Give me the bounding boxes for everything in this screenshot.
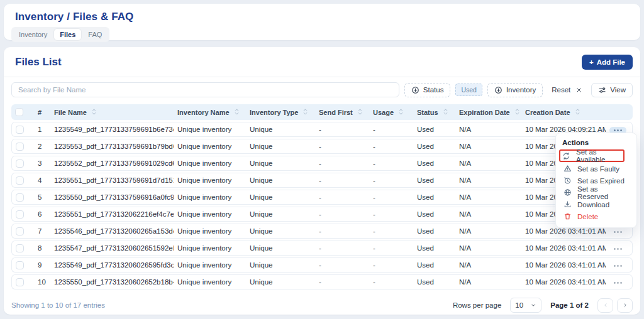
previous-page-button[interactable]	[597, 298, 613, 313]
file-name-cell: 1235547_pdf_17731320602651592ebdd.pdf	[50, 241, 174, 256]
search-input[interactable]	[11, 82, 399, 97]
reset-filters-button[interactable]: Reset	[548, 84, 586, 96]
tab-faq[interactable]: FAQ	[82, 29, 108, 40]
row-number: 9	[34, 257, 50, 273]
row-checkbox[interactable]	[16, 143, 24, 151]
ellipsis-icon[interactable]	[609, 279, 626, 286]
send-first-cell: -	[315, 190, 369, 205]
status-filter-button[interactable]: Status	[404, 83, 451, 97]
status-cell: Used	[413, 190, 455, 205]
menu-item-set-as-faulty[interactable]: Set as Faulty	[562, 163, 630, 175]
column-header-usage[interactable]: Usage	[369, 104, 413, 120]
row-checkbox[interactable]	[16, 210, 24, 219]
column-header-status[interactable]: Status	[413, 104, 455, 120]
row-actions-cell	[606, 241, 633, 256]
menu-item-download[interactable]: Download	[562, 198, 630, 210]
usage-cell: -	[369, 224, 413, 239]
column-header-inventory-type[interactable]: Inventory Type	[246, 104, 315, 120]
expiration-date-cell: N/A	[455, 207, 521, 222]
row-number: 10	[34, 274, 50, 289]
sort-icon	[398, 108, 404, 117]
menu-item-set-as-available[interactable]: Set as Available	[559, 149, 625, 162]
sort-icon	[357, 108, 363, 117]
row-checkbox[interactable]	[16, 126, 24, 134]
column-header-inventory-name[interactable]: Inventory Name	[174, 104, 246, 120]
page-title: Inventory / Files & FAQ	[15, 11, 633, 23]
clock-icon	[564, 176, 572, 185]
file-name-cell: 1235549_pdf_177313206026595fd3c40.pdf	[50, 257, 174, 273]
inventory-type-cell: Unique	[246, 274, 315, 289]
inventory-type-cell: Unique	[246, 173, 315, 188]
inventory-type-cell: Unique	[246, 207, 315, 222]
file-name-cell: 1235551_pdf_1773133759691d7d1515d.pdf	[50, 173, 174, 188]
row-checkbox[interactable]	[16, 193, 24, 202]
close-icon	[575, 87, 582, 94]
row-select-cell	[11, 257, 34, 273]
expiration-date-cell: N/A	[455, 257, 521, 273]
row-checkbox[interactable]	[16, 176, 24, 185]
row-select-cell	[11, 190, 34, 205]
menu-item-delete[interactable]: Delete	[562, 210, 630, 222]
next-page-button[interactable]	[617, 298, 633, 313]
column-header-file-name[interactable]: File Name	[50, 104, 174, 120]
tab-inventory[interactable]: Inventory	[13, 29, 53, 40]
inventory-type-cell: Unique	[246, 190, 315, 205]
column-header-creation-date[interactable]: Creation Date	[521, 104, 606, 120]
inventory-name-cell: Unique inventory	[174, 224, 246, 239]
row-select-cell	[11, 173, 34, 188]
plus-icon: +	[589, 58, 594, 66]
row-checkbox[interactable]	[16, 261, 24, 269]
status-cell: Used	[413, 173, 455, 188]
inventory-name-cell: Unique inventory	[174, 156, 246, 171]
inventory-type-cell: Unique	[246, 241, 315, 256]
inventory-name-cell: Unique inventory	[174, 139, 246, 154]
files-list-header: Files List +Add File	[4, 47, 640, 77]
column-header-actions	[606, 104, 633, 120]
table-row: 101235550_pdf_17731320602652b18b45c.pdfU…	[11, 274, 633, 289]
column-header-expiration-date[interactable]: Expiration Date	[455, 104, 521, 120]
table-row: 91235549_pdf_177313206026595fd3c40.pdfUn…	[11, 257, 633, 273]
rows-per-page-select[interactable]: 10	[510, 298, 541, 313]
showing-entries-text: Showing 1 to 10 of 17 entries	[11, 301, 105, 309]
ellipsis-icon[interactable]	[609, 246, 626, 252]
ellipsis-icon[interactable]	[609, 262, 626, 269]
view-options-button[interactable]: View	[591, 83, 633, 97]
status-cell: Used	[413, 241, 455, 256]
row-number: 8	[34, 241, 50, 256]
table-row: 71235546_pdf_1773132060265a153dc31.pdfUn…	[11, 224, 633, 239]
status-cell: Used	[413, 274, 455, 289]
select-all-checkbox[interactable]	[15, 108, 23, 116]
inventory-type-cell: Unique	[246, 224, 315, 239]
expiration-date-cell: N/A	[455, 224, 521, 239]
row-number: 2	[34, 139, 50, 154]
send-first-cell: -	[315, 224, 369, 239]
inventory-name-cell: Unique inventory	[174, 190, 246, 205]
add-file-button[interactable]: +Add File	[582, 55, 633, 70]
column-header-send-first[interactable]: Send First	[315, 104, 369, 120]
status-cell: Used	[413, 122, 455, 137]
expiration-date-cell: N/A	[455, 274, 521, 289]
tab-files[interactable]: Files	[54, 29, 81, 40]
row-checkbox[interactable]	[16, 227, 24, 235]
status-cell: Used	[413, 257, 455, 273]
row-number: 4	[34, 173, 50, 188]
actions-menu: Actions Set as AvailableSet as FaultySet…	[555, 132, 637, 228]
ellipsis-icon[interactable]	[609, 229, 626, 235]
download-icon	[564, 200, 572, 208]
column-header-num: #	[34, 104, 50, 120]
inventory-name-cell: Unique inventory	[174, 274, 246, 289]
actions-menu-items: Set as AvailableSet as FaultySet as Expi…	[562, 149, 630, 222]
row-checkbox[interactable]	[16, 244, 24, 252]
inventory-type-cell: Unique	[246, 156, 315, 171]
row-checkbox[interactable]	[16, 278, 24, 286]
inventory-filter-button[interactable]: Inventory	[487, 83, 543, 97]
expiration-date-cell: N/A	[455, 173, 521, 188]
row-number: 5	[34, 190, 50, 205]
row-checkbox[interactable]	[16, 160, 24, 168]
send-first-cell: -	[315, 122, 369, 137]
table-row: 51235550_pdf_17731337596916a0fc923.pdfUn…	[11, 190, 633, 205]
menu-item-set-as-reserved[interactable]: Set as Reserved	[562, 187, 630, 198]
pagination-controls: Rows per page 10 Page 1 of 2	[453, 298, 633, 313]
warning-icon	[564, 165, 572, 173]
status-used-badge[interactable]: Used	[455, 84, 482, 96]
